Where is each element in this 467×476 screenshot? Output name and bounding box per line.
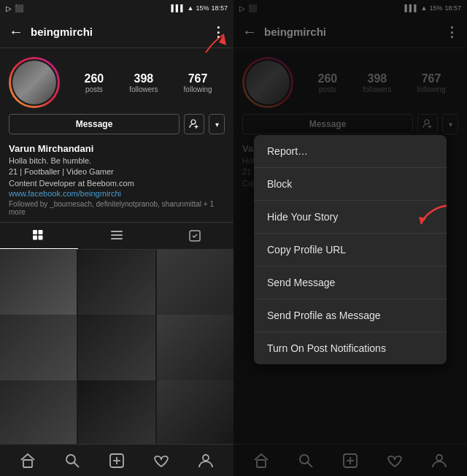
android-icon: ▷ xyxy=(6,4,12,12)
profile-section-left: 260 posts 398 followers 767 following Me… xyxy=(0,48,234,143)
nav-activity-left[interactable] xyxy=(147,446,176,475)
profile-row-left: 260 posts 398 followers 767 following xyxy=(9,57,225,108)
dropdown-item-send-profile[interactable]: Send Profile as Message xyxy=(254,299,447,332)
list-icon xyxy=(110,229,123,242)
nav-search-left[interactable] xyxy=(58,446,87,475)
status-right: ▌▌▌ ▲ 15% 18:57 xyxy=(171,4,228,12)
dropdown-menu: Report… Block Hide Your Story Copy Profi… xyxy=(254,135,447,364)
bio-line-3: Content Developer at Beebom.com xyxy=(9,178,225,189)
svg-point-0 xyxy=(191,120,196,124)
action-row-left: Message ▾ xyxy=(9,114,225,134)
svg-line-13 xyxy=(74,462,80,467)
status-left: ▷ ⬛ xyxy=(6,4,23,12)
stat-following-left: 767 following xyxy=(184,72,212,93)
username-left: beingmirchi xyxy=(31,26,212,38)
battery-label: 15% xyxy=(196,4,209,12)
message-button-left[interactable]: Message xyxy=(9,114,180,134)
dropdown-item-hide-story[interactable]: Hide Your Story xyxy=(254,201,447,234)
tab-tagged-left[interactable] xyxy=(155,223,234,249)
left-panel: ▷ ⬛ ▌▌▌ ▲ 15% 18:57 ← beingmirchi ⋮ xyxy=(0,0,234,476)
followers-label-left: followers xyxy=(129,85,158,93)
bio-name-left: Varun Mirchandani xyxy=(9,143,225,154)
grid-cell-7[interactable] xyxy=(0,380,77,444)
grid-icon xyxy=(32,229,45,242)
right-panel: ▷ ⬛ ▌▌▌ ▲ 15% 18:57 ← beingmirchi ⋮ xyxy=(234,0,467,476)
follow-icon-left[interactable] xyxy=(184,114,204,134)
avatar-left[interactable] xyxy=(9,57,60,108)
svg-rect-3 xyxy=(33,230,37,234)
tab-grid-left[interactable] xyxy=(0,223,78,249)
nav-add-left[interactable] xyxy=(102,446,131,475)
grid-cell-8[interactable] xyxy=(78,380,155,444)
posts-count-left: 260 xyxy=(84,72,104,85)
annotation-arrow-2 xyxy=(417,202,447,231)
bio-line-1: Holla bitch. Be humble. xyxy=(9,156,225,166)
dropdown-button-left[interactable]: ▾ xyxy=(209,114,225,134)
bio-line-2: 21 | Footballer | Video Gamer xyxy=(9,166,225,177)
bottom-nav-left xyxy=(0,444,234,476)
stat-posts-left: 260 posts xyxy=(84,72,104,93)
person-add-icon xyxy=(189,119,199,129)
avatar-photo-left xyxy=(12,61,56,104)
following-count-left: 767 xyxy=(188,72,208,85)
signal-icon: ▌▌▌ xyxy=(171,4,185,12)
stats-row-left: 260 posts 398 followers 767 following xyxy=(72,72,225,93)
search-icon xyxy=(64,453,80,469)
heart-icon xyxy=(153,453,169,469)
back-button-left[interactable]: ← xyxy=(9,23,23,40)
followers-count-left: 398 xyxy=(134,72,154,85)
avatar-ring-left xyxy=(9,57,60,108)
svg-rect-5 xyxy=(33,235,37,239)
tab-list-left[interactable] xyxy=(78,223,156,249)
dropdown-item-copy-url[interactable]: Copy Profile URL xyxy=(254,234,447,266)
following-label-left: following xyxy=(184,85,212,93)
bio-followed-left: Followed by _bournesach, definitelynotpr… xyxy=(9,200,225,216)
home-icon xyxy=(20,453,36,469)
nav-home-left[interactable] xyxy=(13,446,42,475)
dropdown-item-report[interactable]: Report… xyxy=(254,135,447,168)
svg-rect-4 xyxy=(39,230,43,234)
tabs-row-left xyxy=(0,222,234,250)
svg-rect-9 xyxy=(111,238,123,239)
tagged-icon xyxy=(188,229,201,242)
wifi-icon: ▲ xyxy=(188,4,194,12)
time-label: 18:57 xyxy=(211,4,228,12)
bio-section-left: Varun Mirchandani Holla bitch. Be humble… xyxy=(0,143,234,222)
svg-rect-6 xyxy=(39,235,43,239)
nav-profile-left[interactable] xyxy=(191,446,220,475)
add-icon xyxy=(109,453,125,469)
photos-icon: ⬛ xyxy=(15,4,23,12)
dropdown-item-send-message[interactable]: Send Message xyxy=(254,266,447,299)
svg-point-17 xyxy=(203,455,209,461)
svg-rect-11 xyxy=(23,460,32,467)
bio-link-left[interactable]: www.facebook.com/beingmirchi xyxy=(9,189,225,198)
stat-followers-left: 398 followers xyxy=(129,72,158,93)
dropdown-item-notifications[interactable]: Turn On Post Notifications xyxy=(254,332,447,364)
status-bar-left: ▷ ⬛ ▌▌▌ ▲ 15% 18:57 xyxy=(0,0,234,16)
profile-icon xyxy=(198,453,214,469)
posts-label-left: posts xyxy=(85,85,103,93)
svg-rect-7 xyxy=(111,231,123,232)
dropdown-item-block[interactable]: Block xyxy=(254,168,447,201)
grid-cell-9[interactable] xyxy=(157,380,234,444)
header-left: ← beingmirchi ⋮ xyxy=(0,16,234,48)
photo-grid-left xyxy=(0,250,234,444)
more-button-left[interactable]: ⋮ xyxy=(212,24,225,40)
svg-rect-8 xyxy=(111,234,123,236)
svg-point-12 xyxy=(66,455,75,464)
avatar-inner-left xyxy=(11,59,58,106)
